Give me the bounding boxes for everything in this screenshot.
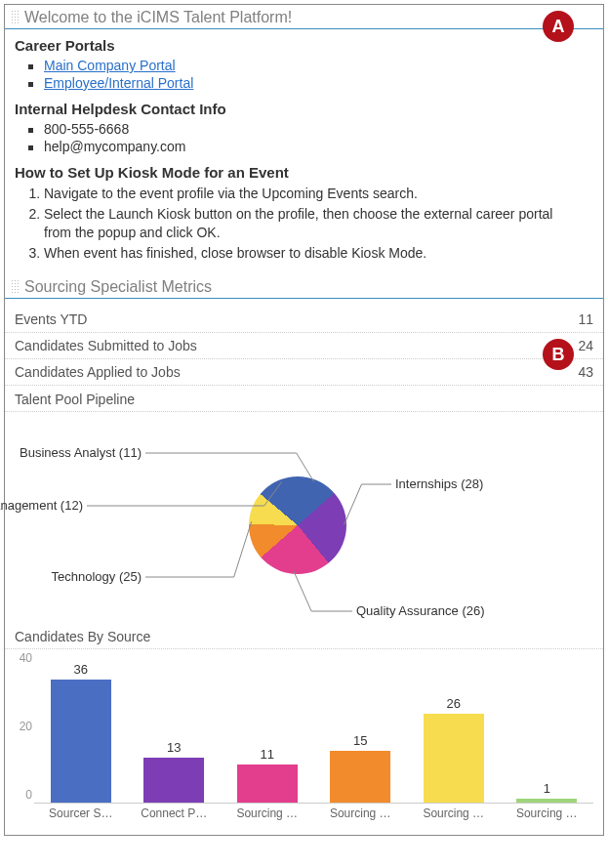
- metrics-panel-header: Sourcing Specialist Metrics: [5, 274, 603, 299]
- pie-slice-label: Product Management (12): [0, 498, 83, 513]
- pie-chart: Internships (28)Quality Assurance (26)Te…: [5, 418, 603, 623]
- bar-category-label: Sourcer S…: [41, 806, 121, 820]
- metric-value: 43: [578, 364, 593, 380]
- drag-grip-icon[interactable]: [11, 279, 19, 295]
- welcome-title: Welcome to the iCIMS Talent Platform!: [24, 9, 292, 26]
- metric-label: Candidates Applied to Jobs: [15, 364, 181, 380]
- bar: [330, 751, 390, 803]
- link-main-company-portal[interactable]: Main Company Portal: [44, 58, 176, 73]
- bysource-chart-title: Candidates By Source: [5, 623, 603, 649]
- bar-category-label: Sourcing …: [414, 806, 494, 820]
- bar-value-label: 13: [167, 740, 181, 755]
- kiosk-step-2: Select the Launch Kiosk button on the pr…: [44, 205, 574, 242]
- bar-column: 36: [41, 662, 121, 803]
- link-employee-internal-portal[interactable]: Employee/Internal Portal: [44, 75, 193, 91]
- kiosk-step-3: When event has finished, close browser t…: [44, 244, 574, 263]
- bar-column: 13: [134, 740, 214, 803]
- bar-category-label: Sourcing …: [227, 806, 307, 820]
- bar: [51, 680, 111, 803]
- metric-row-candidates-submitted: Candidates Submitted to Jobs 24: [5, 333, 603, 359]
- metric-value: 24: [578, 338, 593, 353]
- helpdesk-heading: Internal Helpdesk Contact Info: [15, 101, 603, 117]
- pipeline-chart-title: Talent Pool Pipeline: [5, 386, 603, 412]
- bar-category-label: Sourcing …: [320, 806, 400, 820]
- bar-value-label: 15: [353, 733, 367, 748]
- metric-row-candidates-applied: Candidates Applied to Jobs 43: [5, 359, 603, 386]
- bar-value-label: 1: [544, 781, 550, 796]
- drag-grip-icon[interactable]: [11, 10, 19, 25]
- metric-value: 11: [578, 311, 593, 327]
- kiosk-steps: Navigate to the event profile via the Up…: [5, 185, 603, 263]
- y-tick: 20: [9, 720, 32, 733]
- career-portals-heading: Career Portals: [15, 37, 603, 54]
- helpdesk-list: 800-555-6668 help@mycompany.com: [5, 121, 603, 154]
- y-tick: 0: [9, 788, 32, 802]
- y-tick: 40: [9, 651, 32, 665]
- annotation-badge-b: B: [543, 339, 574, 370]
- bar-category-label: Sourcing …: [507, 806, 587, 820]
- bar-chart: 40 20 0 36131115261 Sourcer S…Connect P……: [5, 649, 603, 835]
- pie-slice-label: Technology (25): [52, 569, 142, 584]
- metric-row-events-ytd: Events YTD 11: [5, 307, 603, 333]
- helpdesk-email: help@mycompany.com: [44, 139, 603, 154]
- bar-column: 26: [414, 696, 494, 803]
- bar: [516, 799, 577, 803]
- metric-label: Events YTD: [15, 311, 87, 327]
- pie-slice-label: Business Analyst (11): [20, 445, 142, 460]
- bar-column: 15: [320, 733, 400, 803]
- bar-value-label: 11: [261, 747, 274, 762]
- career-portals-list: Main Company Portal Employee/Internal Po…: [5, 58, 603, 91]
- metric-label: Candidates Submitted to Jobs: [15, 338, 197, 353]
- bar-value-label: 36: [74, 662, 88, 677]
- kiosk-step-1: Navigate to the event profile via the Up…: [44, 185, 574, 203]
- helpdesk-phone: 800-555-6668: [44, 121, 603, 137]
- bar: [424, 714, 484, 803]
- bar-value-label: 26: [447, 696, 461, 711]
- bar-column: 11: [227, 747, 307, 803]
- bar-column: 1: [507, 781, 587, 803]
- kiosk-heading: How to Set Up Kiosk Mode for an Event: [15, 164, 603, 181]
- welcome-panel-header: Welcome to the iCIMS Talent Platform!: [5, 5, 603, 29]
- pie-slice-label: Quality Assurance (26): [356, 603, 485, 618]
- bar-category-label: Connect P…: [134, 806, 214, 820]
- bar: [237, 765, 298, 803]
- annotation-badge-a: A: [543, 11, 574, 42]
- metrics-title: Sourcing Specialist Metrics: [24, 278, 212, 296]
- bar: [143, 758, 204, 803]
- pie-slice-label: Internships (28): [395, 476, 483, 491]
